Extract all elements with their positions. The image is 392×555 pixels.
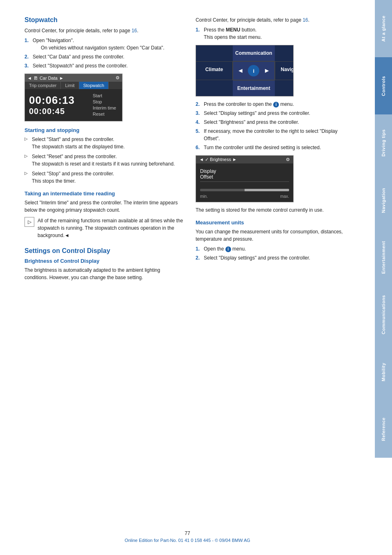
main-content: Stopwatch Control Center, for principle … <box>0 0 375 316</box>
bright-step-5: 5. If necessary, move the controller to … <box>196 128 354 142</box>
bullet-stop: Select "Stop" and press the controller. … <box>24 170 183 185</box>
settings-title: Settings on Control Display <box>24 247 183 255</box>
note-icon: ▷ <box>24 217 34 227</box>
sidebar-tab-communications[interactable]: Communications <box>375 286 392 343</box>
page-footer: 77 Online Edition for Part-No. 01 41 0 1… <box>0 530 375 543</box>
bullet-start: Select "Start" and press the controller.… <box>24 136 183 150</box>
nav-center: ◄ i ► <box>233 61 275 80</box>
sidebar-tab-driving-tips[interactable]: Driving tips <box>375 114 392 172</box>
sidebar-tab-controls[interactable]: Controls <box>375 57 392 114</box>
sidebar-tab-at-a-glance[interactable]: At a glance <box>375 0 392 57</box>
nav-climate: Climate <box>196 61 233 80</box>
brightness-steps: 1. Press the MENU button. This opens the… <box>196 26 354 41</box>
brightness-image: ◄ ✓ Brightness ► ⚙ DisplayOffset min. ma… <box>196 155 294 202</box>
sw-tab-trip: Trip computer <box>25 82 61 89</box>
nav-communication: Communication <box>233 45 275 61</box>
br-max-label: max. <box>280 194 289 199</box>
brightness-intro: The brightness is automatically adapted … <box>24 266 183 281</box>
sw-tab-stopwatch: Stopwatch <box>79 82 109 89</box>
sw-control-reset: Reset <box>93 112 119 116</box>
br-labels: min. max. <box>200 194 289 199</box>
bright-step-6: 6. Turn the controller until the desired… <box>196 144 354 151</box>
bullet-reset: Select "Reset" and press the controller.… <box>24 153 183 168</box>
right-column: Control Center, for principle details, r… <box>196 16 354 284</box>
bright-step-3: 3. Select "Display settings" and press t… <box>196 110 354 117</box>
br-display-offset: DisplayOffset <box>200 167 289 182</box>
sw-control-interim: Interim time <box>93 105 119 110</box>
br-slider <box>200 188 289 192</box>
interim-title: Taking an intermediate time reading <box>24 190 183 197</box>
page-number: 77 <box>0 530 375 536</box>
stopwatch-page-link[interactable]: 16 <box>131 28 137 34</box>
measure-step-2: 2. Select "Display settings" and press t… <box>196 254 354 262</box>
sw-titlebar: ◄ 🖹 Car Data ► ⚙ <box>25 74 122 82</box>
note-box: ▷ All of the remaining functions remain … <box>24 217 183 239</box>
sidebar: At a glance Controls Driving tips Naviga… <box>375 0 392 555</box>
stopwatch-intro: Control Center, for principle details, r… <box>24 27 183 34</box>
br-body: DisplayOffset min. max. <box>196 163 293 202</box>
right-intro: Control Center, for principle details, r… <box>196 16 354 24</box>
sw-control-start: Start <box>93 93 119 98</box>
br-slider-row <box>200 187 289 193</box>
sidebar-tab-navigation[interactable]: Navigation <box>375 172 392 229</box>
info-icon-inline: i <box>273 102 279 107</box>
measure-step-1: 1. Open the i menu. <box>196 245 354 253</box>
sidebar-tab-reference[interactable]: Reference <box>375 401 392 458</box>
brightness-steps-2: 2. Press the controller to open the i me… <box>196 101 354 151</box>
sw-time1: 00:06:13 <box>29 94 85 107</box>
br-min-label: min. <box>200 194 208 199</box>
bright-step-4: 4. Select "Brightness" and press the con… <box>196 119 354 126</box>
measurement-title: Measurement units <box>196 219 354 226</box>
brightness-title: Brightness of Control Display <box>24 258 183 264</box>
stopwatch-title: Stopwatch <box>24 16 183 24</box>
right-page-link[interactable]: 16 <box>303 17 308 23</box>
two-column-layout: Stopwatch Control Center, for principle … <box>24 16 354 284</box>
sw-time2: 00:00:45 <box>29 107 85 116</box>
nav-navigation: Navigation <box>275 61 294 80</box>
measurement-intro: You can change the measurement units for… <box>196 228 354 243</box>
stored-text: The setting is stored for the remote con… <box>196 206 354 214</box>
nav-menu-image: Communication Climate ◄ i ► Navigation E… <box>196 45 294 96</box>
sw-control-stop: Stop <box>93 99 119 104</box>
sidebar-tab-entertainment[interactable]: Entertainment <box>375 229 392 286</box>
stopwatch-step-2: 2. Select "Car Data" and press the contr… <box>24 53 183 60</box>
stopwatch-step-1: 1. Open "Navigation". On vehicles withou… <box>24 37 183 51</box>
left-column: Stopwatch Control Center, for principle … <box>24 16 183 284</box>
br-slider-track <box>200 189 289 191</box>
starting-stopping-title: Starting and stopping <box>24 127 183 133</box>
bright-step-1: 1. Press the MENU button. This opens the… <box>196 26 354 41</box>
bright-step-2: 2. Press the controller to open the i me… <box>196 101 354 108</box>
sw-time-section: 00:06:13 00:00:45 <box>25 92 89 119</box>
nav-info-icon: i <box>248 65 259 76</box>
nav-entertainment: Entertainment <box>233 80 275 96</box>
sw-tab-limit: Limit <box>61 82 79 89</box>
info-icon-measure: i <box>225 246 231 252</box>
sw-body: 00:06:13 00:00:45 Start Stop Interim tim… <box>25 89 122 121</box>
stopwatch-steps: 1. Open "Navigation". On vehicles withou… <box>24 37 183 69</box>
br-titlebar: ◄ ✓ Brightness ► ⚙ <box>196 156 293 163</box>
stopwatch-image: ◄ 🖹 Car Data ► ⚙ Trip computer Limit Sto… <box>24 74 122 121</box>
footer-text: Online Edition for Part-No. 01 41 0 158 … <box>0 538 375 543</box>
note-text: All of the remaining functions remain av… <box>38 217 183 239</box>
interim-intro: Select "Interim time" and press the cont… <box>24 199 183 214</box>
stopwatch-step-3: 3. Select "Stopwatch" and press the cont… <box>24 62 183 69</box>
sw-controls: Start Stop Interim time Reset <box>89 92 122 119</box>
sw-tabs: Trip computer Limit Stopwatch <box>25 82 122 89</box>
sidebar-tab-mobility[interactable]: Mobility <box>375 343 392 401</box>
starting-stopping-list: Select "Start" and press the controller.… <box>24 136 183 185</box>
measurement-steps: 1. Open the i menu. 2. Select "Display s… <box>196 245 354 262</box>
